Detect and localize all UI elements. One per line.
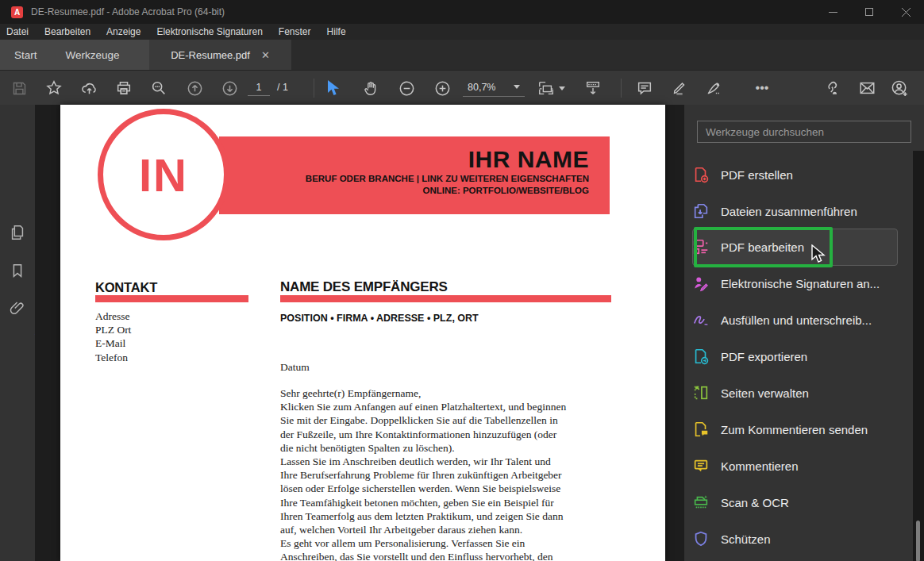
star-icon[interactable] <box>42 75 66 102</box>
menu-datei[interactable]: Datei <box>0 24 37 40</box>
tool-item-elektronische-signaturen[interactable]: Elektronische Signaturen an... <box>692 266 899 301</box>
tool-item-label: Seiten verwalten <box>721 386 809 400</box>
zoom-out-icon[interactable] <box>395 75 418 102</box>
menu-anzeige[interactable]: Anzeige <box>98 24 148 40</box>
resume-subtitle-2: ONLINE: PORTFOLIO/WEBSITE/BLOG <box>219 185 589 197</box>
body-line: Sehr geehrte(r) Empfängername, <box>280 386 633 400</box>
contact-line: E-Mail <box>95 336 131 350</box>
chevron-down-icon <box>514 85 520 89</box>
tool-item-schuetzen[interactable]: Schützen <box>692 521 899 556</box>
recipient-heading: NAME DES EMPFÄNGERS <box>280 279 448 295</box>
create-pdf-icon <box>692 166 710 183</box>
zoom-level-select[interactable]: 80,7% <box>463 78 525 97</box>
prev-page-icon[interactable] <box>183 75 206 102</box>
body-line: Sie mit der Eingabe. Doppelklicken Sie a… <box>280 413 633 427</box>
tool-item-label: PDF erstellen <box>721 168 793 182</box>
body-line: Ihren Teamerfolg aus dem letzten Praktik… <box>280 509 633 523</box>
comment-icon[interactable] <box>633 75 656 102</box>
comment-tool-icon <box>692 457 710 475</box>
acrobat-window: A DE-Resumee.pdf - Adobe Acrobat Pro (64… <box>0 0 924 561</box>
more-options-icon[interactable]: ••• <box>750 75 774 102</box>
contact-rule <box>95 295 248 302</box>
chevron-down-icon <box>559 86 565 90</box>
sign-icon[interactable] <box>703 75 726 102</box>
body-line: auf, welchen Vorteil Ihr Arbeitgeber dar… <box>280 523 633 536</box>
tool-item-label: PDF exportieren <box>721 350 807 363</box>
hand-tool-icon[interactable] <box>359 75 383 102</box>
save-icon[interactable] <box>7 75 31 102</box>
menu-fenster[interactable]: Fenster <box>271 24 319 40</box>
contact-heading: KONTAKT <box>95 280 157 295</box>
document-viewport[interactable]: IHR NAME BERUF ODER BRANCHE | LINK ZU WE… <box>35 105 684 561</box>
tool-item-dateien-zusammenfuehren[interactable]: Dateien zusammenführen <box>692 194 899 229</box>
menu-bearbeiten[interactable]: Bearbeiten <box>37 24 98 40</box>
date-label: Datum <box>280 360 310 374</box>
tool-item-ausfuellen-unterschreiben[interactable]: Ausfüllen und unterschreib... <box>692 302 899 337</box>
zoom-level-value: 80,7% <box>468 82 495 93</box>
contact-line: PLZ Ort <box>95 323 131 336</box>
zoom-in-icon[interactable] <box>430 75 454 102</box>
menu-bar: Datei Bearbeiten Anzeige Elektronische S… <box>0 24 924 40</box>
tool-item-pdf-erstellen[interactable]: PDF erstellen <box>692 157 899 192</box>
pdf-page[interactable]: IHR NAME BERUF ODER BRANCHE | LINK ZU WE… <box>60 105 665 561</box>
tool-item-zum-kommentieren-senden[interactable]: Zum Kommentieren senden <box>692 412 899 447</box>
resume-name: IHR NAME <box>219 146 589 173</box>
scrollbar-thumb[interactable] <box>916 521 920 561</box>
share-icon[interactable] <box>77 75 101 102</box>
contact-list: Adresse PLZ Ort E-Mail Telefon <box>95 309 131 364</box>
recipient-details: POSITION • FIRMA • ADRESSE • PLZ, ORT <box>280 313 479 324</box>
body-line: der Fußzeile, um Ihre Kontaktinformation… <box>280 428 633 441</box>
resume-logo-initials: IN <box>139 148 188 202</box>
tool-item-kommentieren[interactable]: Kommentieren <box>692 448 899 483</box>
print-icon[interactable] <box>112 75 136 102</box>
e-sign-icon <box>692 275 710 292</box>
tool-item-scan-ocr[interactable]: Scan & OCR <box>692 485 899 520</box>
close-icon[interactable] <box>887 0 924 24</box>
thumbnails-icon[interactable] <box>9 224 26 241</box>
body-line: lösen oder Erfolge sicherstellen werden.… <box>280 482 633 495</box>
tools-panel-scrollbar[interactable] <box>913 151 924 561</box>
attachments-icon[interactable] <box>9 299 26 317</box>
link-icon[interactable] <box>819 75 843 102</box>
left-navigation-rail <box>0 105 35 561</box>
body-line: Klicken Sie zum Anfangen auf einen Platz… <box>280 400 633 413</box>
tab-close-icon[interactable]: ✕ <box>261 49 270 61</box>
tool-item-seiten-verwalten[interactable]: Seiten verwalten <box>692 375 899 410</box>
tab-werkzeuge[interactable]: Werkzeuge <box>52 40 134 70</box>
dynamic-zoom-icon[interactable] <box>581 75 605 102</box>
profile-icon[interactable] <box>887 75 911 102</box>
resume-header-banner: IHR NAME BERUF ODER BRANCHE | LINK ZU WE… <box>219 136 610 214</box>
maximize-icon[interactable] <box>851 0 887 24</box>
title-bar: A DE-Resumee.pdf - Adobe Acrobat Pro (64… <box>0 0 924 24</box>
tool-item-pdf-exportieren[interactable]: PDF exportieren <box>692 339 899 374</box>
tools-panel: Werkzeuge durchsuchen PDF erstellen Date… <box>684 105 924 561</box>
fill-sign-icon <box>692 311 710 329</box>
page-number-input[interactable]: 1 <box>248 79 270 96</box>
bookmark-icon[interactable] <box>9 262 26 279</box>
tab-bar: Start Werkzeuge DE-Resumee.pdf ✕ ? Anmel… <box>0 40 924 70</box>
organize-pages-icon <box>692 384 710 402</box>
tab-start[interactable]: Start <box>0 40 52 70</box>
body-line: Ihre Teamfähigkeit betonen möchten, gebe… <box>280 496 633 509</box>
mail-icon[interactable] <box>855 75 879 102</box>
tools-search-input[interactable]: Werkzeuge durchsuchen <box>697 121 911 143</box>
resume-subtitle-1: BERUF ODER BRANCHE | LINK ZU WEITEREN EI… <box>219 173 589 185</box>
tab-document[interactable]: DE-Resumee.pdf ✕ <box>149 40 291 70</box>
select-tool-icon[interactable] <box>321 75 345 102</box>
fit-width-select[interactable] <box>537 75 565 102</box>
contact-line: Telefon <box>95 351 131 364</box>
next-page-icon[interactable] <box>218 75 241 102</box>
highlight-icon[interactable] <box>668 75 691 102</box>
window-title: DE-Resumee.pdf - Adobe Acrobat Pro (64-b… <box>31 6 225 17</box>
tool-item-label: Scan & OCR <box>721 496 789 509</box>
minimize-icon[interactable] <box>814 0 851 24</box>
mouse-cursor <box>810 244 827 268</box>
body-line: Es geht vor allem um Personalisierung. V… <box>280 536 633 550</box>
menu-hilfe[interactable]: Hilfe <box>319 24 354 40</box>
search-icon[interactable] <box>147 75 171 102</box>
tool-item-label: Elektronische Signaturen an... <box>721 277 880 290</box>
menu-signaturen[interactable]: Elektronische Signaturen <box>148 24 270 40</box>
tool-item-label: Dateien zusammenführen <box>721 205 857 218</box>
resume-logo-circle: IN <box>98 109 229 240</box>
export-pdf-icon <box>692 348 710 365</box>
